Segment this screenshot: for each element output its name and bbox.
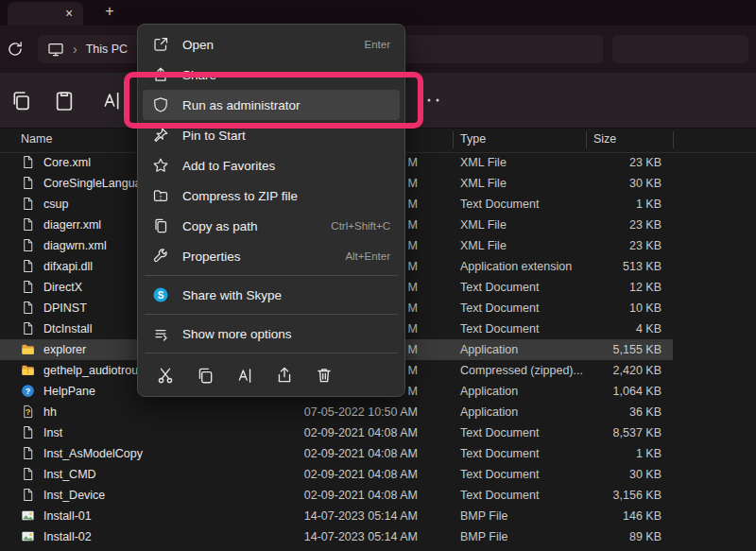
file-size: 146 KB [575,509,662,523]
file-row-inst-asmodelcopy[interactable]: Inst_AsModelCopy02-09-2021 04:08 AMText … [0,443,756,464]
file-date-modified: 02-09-2021 04:08 AM [276,468,418,481]
menu-item-compress-to-zip-file[interactable]: Compress to ZIP file [143,181,400,211]
menu-item-shortcut: Ctrl+Shift+C [321,220,390,232]
file-type: XML File [460,177,507,190]
file-name: Inst_AsModelCopy [43,447,143,460]
column-header-size[interactable]: Size [593,132,616,146]
file-type: Application [460,385,518,398]
menu-item-label: Show more options [182,327,390,341]
file-name: Core.xml [43,156,91,169]
menu-item-pin-to-start[interactable]: Pin to Start [143,120,400,150]
share-button[interactable] [275,366,294,385]
file-type: XML File [460,218,507,232]
menu-item-add-to-favorites[interactable]: Add to Favorites [143,150,400,181]
file-name: diagerr.xml [43,218,101,232]
file-name: Install-02 [43,530,92,543]
file-size: 30 KB [575,177,662,190]
doc-icon [21,446,35,460]
file-row-install-01[interactable]: Install-0114-07-2023 05:14 AMBMP File146… [0,506,756,526]
doc-icon [21,467,35,481]
admin-icon [152,96,169,113]
file-row-inst[interactable]: Inst02-09-2021 04:08 AMText Document8,53… [0,422,756,443]
file-size: 1 KB [575,447,662,460]
tab-close-button[interactable]: × [60,5,77,22]
menu-item-copy-as-path[interactable]: Copy as pathCtrl+Shift+C [143,211,400,241]
refresh-icon[interactable] [6,40,25,59]
file-date-modified: 14-07-2023 05:14 AM [276,509,418,523]
file-type: Text Document [460,447,539,460]
menu-item-label: Open [182,38,355,52]
doc-icon [21,301,35,315]
file-name: Install-01 [43,509,92,523]
file-name: Inst_CMD [43,468,96,481]
see-more-button[interactable] [417,94,441,107]
file-row-install-02[interactable]: Install-0214-07-2023 05:14 AMBMP File89 … [0,526,756,547]
file-name: diagwrn.xml [43,239,107,252]
doc-icon [21,176,35,190]
help-blue-icon: ? [21,384,35,398]
file-name: DtcInstall [43,322,92,336]
folder-icon [21,342,35,356]
file-name: difxapi.dll [43,260,93,273]
share-icon [152,66,169,83]
file-type: XML File [460,156,507,169]
menu-item-label: Compress to ZIP file [182,189,390,203]
delete-button[interactable] [315,366,334,385]
doc-icon [21,321,35,336]
file-row-inst-device[interactable]: Inst_Device02-09-2021 04:08 AMText Docum… [0,485,756,506]
column-divider[interactable] [453,131,454,148]
skype-icon: S [152,286,169,303]
properties-icon [152,248,169,265]
open-icon [152,36,169,53]
cut-button[interactable] [156,366,175,385]
column-divider[interactable] [673,131,674,148]
image-icon [21,508,35,523]
menu-item-show-more-options[interactable]: Show more options [143,319,400,349]
image-icon [21,529,35,543]
zip-icon [152,187,169,204]
column-header-type[interactable]: Type [460,132,486,146]
doc-icon [21,488,35,502]
column-header-name[interactable]: Name [21,132,52,146]
file-name: DPINST [43,301,87,315]
copy-button[interactable] [196,366,215,385]
file-size: 3,156 KB [575,489,662,502]
menu-separator [145,314,398,315]
rename-button[interactable] [235,366,254,385]
file-type: Text Document [460,281,539,294]
file-name: DirectX [43,281,82,294]
file-row-hh[interactable]: ?hh07-05-2022 10:50 AMApplication36 KB [0,402,756,422]
file-size: 23 KB [575,218,662,232]
file-row-inst-cmd[interactable]: Inst_CMD02-09-2021 04:08 AMText Document… [0,464,756,485]
paste-button[interactable] [53,89,76,112]
doc-icon [21,425,35,439]
file-type: Text Document [460,426,539,439]
file-explorer-window: × + › This PC Name Type Size Core.xmlMXM… [0,0,756,551]
menu-item-share[interactable]: Share [143,60,400,90]
file-type: Application [460,343,518,356]
file-type: Text Document [460,489,539,502]
pin-icon [152,127,169,144]
svg-text:?: ? [26,407,31,417]
column-divider[interactable] [586,131,587,148]
file-size: 10 KB [575,301,662,315]
new-tab-button[interactable]: + [100,2,119,21]
menu-item-open[interactable]: OpenEnter [143,29,400,60]
menu-item-share-with-skype[interactable]: SShare with Skype [143,280,400,310]
file-size: 23 KB [575,239,662,252]
file-name: Inst [43,426,62,439]
search-box[interactable] [612,35,748,63]
menu-item-properties[interactable]: PropertiesAlt+Enter [143,241,400,271]
file-size: 5,155 KB [575,343,662,356]
copy-button[interactable] [9,89,32,112]
menu-separator [145,275,398,276]
explorer-tab[interactable]: × [8,2,83,26]
file-type: Text Document [460,468,539,481]
file-name: explorer [43,343,86,356]
file-type: Application extension [460,260,572,273]
menu-item-run-as-administrator[interactable]: Run as administrator [143,90,400,120]
file-type: Text Document [460,301,539,315]
breadcrumb[interactable]: This PC [86,43,128,56]
menu-item-label: Run as administrator [182,98,390,112]
rename-button[interactable] [100,89,123,112]
